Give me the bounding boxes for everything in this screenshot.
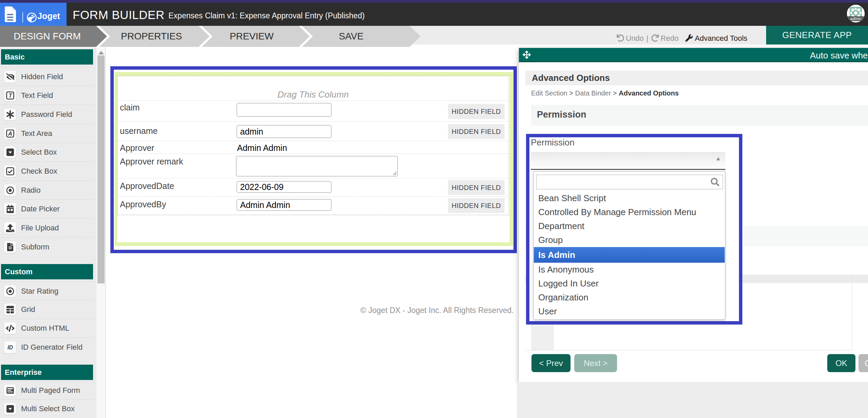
svg-text:SAVE: SAVE xyxy=(339,31,364,41)
svg-text:A: A xyxy=(7,130,12,137)
svg-text:admin: admin xyxy=(850,16,862,21)
svg-text:T: T xyxy=(8,92,13,99)
svg-text:PROPERTIES: PROPERTIES xyxy=(121,31,182,41)
svg-text:ID: ID xyxy=(7,344,13,350)
svg-text:PREVIEW: PREVIEW xyxy=(230,31,274,41)
svg-text:DESIGN FORM: DESIGN FORM xyxy=(14,31,81,41)
